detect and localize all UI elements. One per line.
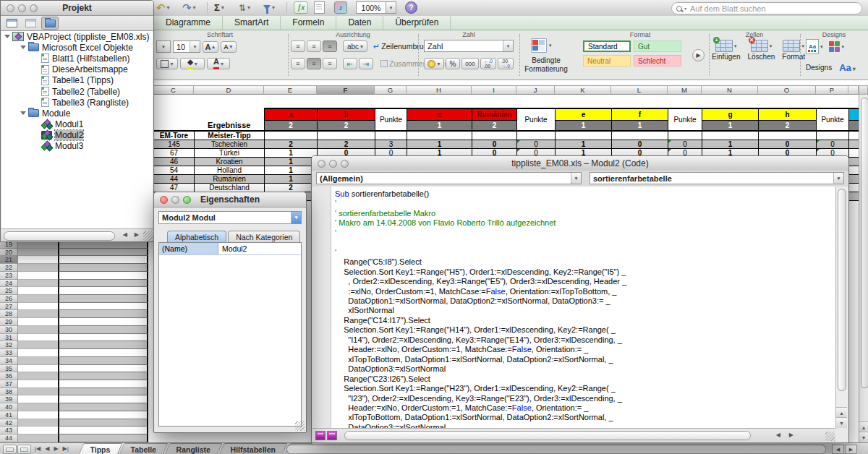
row-header-27[interactable]: 27	[0, 303, 18, 311]
cell[interactable]	[318, 131, 375, 140]
cell[interactable]	[849, 184, 859, 192]
cell[interactable]	[702, 99, 759, 108]
row-header-35[interactable]: 35	[0, 365, 18, 373]
tip-cell[interactable]: 0	[817, 140, 849, 149]
cell[interactable]	[849, 166, 859, 175]
align-center-button[interactable]: ≡	[307, 58, 321, 69]
property-value[interactable]: Modul2	[218, 243, 301, 254]
project-tree-item[interactable]: Tabelle1 (Tipps)	[1, 75, 153, 86]
cell[interactable]	[58, 372, 148, 380]
cell[interactable]	[58, 303, 148, 311]
cell[interactable]	[375, 131, 407, 140]
zoom-icon[interactable]	[341, 160, 349, 168]
show-sheet-button[interactable]	[314, 1, 325, 14]
ribbon-tab-daten[interactable]: Daten	[336, 16, 383, 30]
cell[interactable]	[58, 256, 148, 264]
code-scroll-up-icon[interactable]: ▲	[836, 407, 847, 418]
increase-font-button[interactable]: A▲	[203, 41, 218, 53]
increase-decimal-button[interactable]: ←.0.00	[480, 58, 496, 69]
cell[interactable]	[58, 272, 148, 280]
em-tore-header[interactable]: EM-Tore	[154, 131, 195, 140]
row-header-26[interactable]: 26	[0, 295, 18, 303]
row-header-34[interactable]: 34	[0, 357, 18, 365]
view-code-button[interactable]	[4, 17, 20, 29]
cell[interactable]	[612, 99, 668, 108]
currency-button[interactable]	[424, 58, 444, 69]
group-header[interactable]: c	[407, 108, 472, 120]
tip-cell[interactable]: 1	[407, 140, 472, 149]
row-header-37[interactable]: 37	[0, 380, 18, 388]
undo-button[interactable]: ↶	[156, 1, 170, 14]
cell[interactable]	[556, 99, 612, 108]
cell[interactable]	[18, 357, 58, 365]
column-header-N[interactable]: N	[702, 85, 758, 95]
cell[interactable]	[58, 349, 148, 357]
minimize-icon[interactable]	[329, 160, 337, 168]
cell[interactable]	[849, 99, 859, 108]
group-header[interactable]: a	[265, 108, 318, 120]
close-icon[interactable]	[160, 196, 168, 204]
cell[interactable]	[58, 357, 148, 365]
row-header-40[interactable]: 40	[0, 403, 18, 411]
percent-style-button[interactable]: %	[446, 58, 460, 69]
cell[interactable]	[154, 99, 195, 108]
scroll-up-icon[interactable]: ▲	[859, 421, 868, 432]
row-header-38[interactable]: 38	[0, 388, 18, 396]
conditional-formatting-button[interactable]: Bedingte Formatierung	[521, 56, 571, 73]
sheet-tab-tipps[interactable]: Tipps	[78, 443, 122, 454]
column-header-L[interactable]: L	[611, 85, 668, 95]
tip-cell[interactable]: 3	[375, 140, 407, 149]
tip-cell[interactable]: 0	[517, 140, 556, 149]
row-header-44[interactable]: 44	[0, 434, 18, 442]
cell-style-neutral[interactable]: Neutral	[583, 55, 631, 67]
zoom-control[interactable]: 100% ▾	[356, 1, 396, 14]
cell[interactable]	[195, 108, 265, 120]
cell[interactable]	[849, 149, 859, 158]
tip-cell[interactable]: 1	[265, 175, 318, 184]
autosum-button[interactable]: Σ	[214, 1, 224, 14]
sheet-search-field[interactable]: ▾	[671, 2, 862, 14]
row-header-43[interactable]: 43	[0, 427, 18, 434]
cell[interactable]	[849, 192, 859, 201]
object-selector-caret-icon[interactable]: ▾	[291, 212, 301, 223]
row-header-25[interactable]: 25	[0, 287, 18, 295]
punkte-header[interactable]: Punkte	[668, 108, 702, 131]
cell[interactable]	[58, 434, 148, 442]
resize-grip-icon[interactable]	[295, 421, 305, 431]
full-module-view-icon[interactable]	[327, 431, 337, 440]
object-combo[interactable]: (Allgemein)▾	[316, 172, 582, 184]
search-input[interactable]	[689, 4, 857, 14]
result-number[interactable]: 2	[759, 120, 817, 131]
column-header-H[interactable]: H	[407, 85, 472, 95]
tip-cell[interactable]: 0	[759, 140, 817, 149]
themes-button[interactable]: Aa▾	[806, 39, 823, 54]
cell-style-standard[interactable]: Standard	[583, 40, 631, 52]
result-number[interactable]: 1	[556, 120, 612, 131]
team-cell[interactable]: Holland	[195, 166, 265, 175]
cell[interactable]	[18, 427, 58, 434]
column-header-D[interactable]: D	[194, 85, 264, 95]
sort-button[interactable]: ⇅	[239, 1, 250, 14]
cell[interactable]	[18, 365, 58, 373]
scroll-down-icon[interactable]: ▼	[859, 432, 868, 442]
cell[interactable]	[18, 256, 58, 264]
row-header-32[interactable]: 32	[0, 341, 18, 349]
tip-cell[interactable]: 0	[612, 140, 668, 149]
minimize-icon[interactable]	[18, 4, 26, 12]
code-scroll-left-icon[interactable]: ◀	[776, 432, 780, 438]
cell[interactable]	[18, 341, 58, 349]
cell[interactable]	[58, 326, 148, 334]
cell[interactable]	[58, 249, 148, 257]
align-left-button[interactable]: ≡	[291, 58, 305, 69]
cell[interactable]	[517, 99, 556, 108]
cell[interactable]	[18, 272, 58, 280]
cell[interactable]	[265, 131, 318, 140]
em-tore-cell[interactable]: 47	[154, 184, 195, 192]
row-header-29[interactable]: 29	[0, 318, 18, 326]
tip-cell[interactable]: 2	[265, 140, 318, 149]
group-header[interactable]: Rumänien	[472, 108, 517, 120]
theme-fonts-button[interactable]: Aa	[839, 62, 856, 73]
horizontal-scroll-thumb[interactable]	[286, 445, 826, 454]
align-bottom-button[interactable]: ≡	[323, 40, 337, 52]
project-tree-item[interactable]: DieseArbeitsmappe	[1, 64, 153, 75]
